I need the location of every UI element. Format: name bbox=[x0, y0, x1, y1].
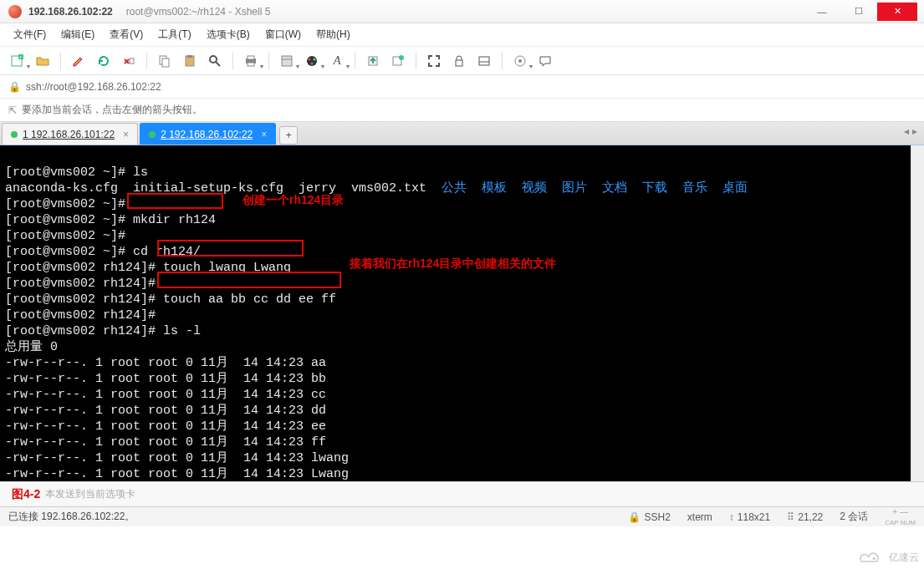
menu-window[interactable]: 窗口(W) bbox=[260, 26, 306, 43]
session-tab-2[interactable]: 2 192.168.26.102:22 × bbox=[140, 123, 276, 145]
copy-icon[interactable] bbox=[154, 50, 176, 72]
search-icon[interactable] bbox=[204, 50, 226, 72]
svg-rect-11 bbox=[248, 56, 254, 59]
svg-point-21 bbox=[399, 55, 404, 60]
figure-label: 图4-2 bbox=[12, 487, 40, 502]
svg-rect-3 bbox=[130, 58, 134, 64]
terminal[interactable]: [root@vms002 ~]# ls anaconda-ks.cfg init… bbox=[0, 145, 924, 481]
title-ip: 192.168.26.102:22 bbox=[28, 6, 113, 18]
address-text: ssh://root@192.168.26.102:22 bbox=[26, 81, 161, 93]
svg-point-8 bbox=[210, 56, 217, 63]
maximize-button[interactable]: ☐ bbox=[840, 3, 877, 21]
svg-point-18 bbox=[311, 62, 314, 64]
titlebar: 192.168.26.102:22 root@vms002:~/rh124 - … bbox=[0, 0, 924, 23]
svg-rect-7 bbox=[187, 55, 192, 58]
status-sessions: 2 会话 bbox=[840, 510, 868, 524]
tab-close-icon[interactable]: × bbox=[123, 129, 129, 140]
svg-rect-23 bbox=[479, 57, 489, 65]
menu-view[interactable]: 查看(V) bbox=[105, 26, 148, 43]
paste-icon[interactable] bbox=[179, 50, 201, 72]
svg-point-16 bbox=[309, 58, 311, 60]
svg-point-27 bbox=[873, 557, 876, 560]
properties-icon[interactable]: ▾ bbox=[276, 50, 298, 72]
watermark: 亿速云 bbox=[857, 549, 919, 566]
status-cursor-pos: ⠿21,22 bbox=[787, 511, 823, 523]
address-bar[interactable]: 🔒 ssh://root@192.168.26.102:22 bbox=[0, 75, 924, 99]
status-term: xterm bbox=[687, 511, 712, 523]
terminal-scrollbar[interactable] bbox=[911, 145, 924, 481]
svg-line-9 bbox=[216, 62, 220, 66]
resize-icon: ↕ bbox=[729, 511, 734, 523]
toggle-pane-icon[interactable] bbox=[473, 50, 495, 72]
fullscreen-icon[interactable] bbox=[423, 50, 445, 72]
menu-file[interactable]: 文件(F) bbox=[8, 26, 51, 43]
tab-nav: ◂ ▸ bbox=[904, 125, 917, 137]
menubar: 文件(F) 编辑(E) 查看(V) 工具(T) 选项卡(B) 窗口(W) 帮助(… bbox=[0, 23, 924, 47]
menu-edit[interactable]: 编辑(E) bbox=[56, 26, 100, 43]
status-dot-icon bbox=[149, 131, 156, 138]
lock-small-icon: 🔒 bbox=[8, 81, 21, 93]
tab-next-icon[interactable]: ▸ bbox=[912, 125, 917, 137]
hint-text: 要添加当前会话，点击左侧的箭头按钮。 bbox=[22, 103, 202, 117]
lock-icon[interactable] bbox=[448, 50, 470, 72]
tab-prev-icon[interactable]: ◂ bbox=[904, 125, 909, 137]
script-icon[interactable]: ▾ bbox=[509, 50, 531, 72]
reconnect-icon[interactable] bbox=[93, 50, 115, 72]
status-indicators: + —CAP NUM bbox=[885, 508, 916, 526]
hint-arrow-icon[interactable]: ⇱ bbox=[8, 104, 17, 116]
status-dot-icon bbox=[11, 131, 18, 138]
disconnect-icon[interactable] bbox=[118, 50, 140, 72]
close-button[interactable]: ✕ bbox=[877, 3, 917, 21]
svg-point-26 bbox=[518, 59, 522, 63]
print-icon[interactable]: ▾ bbox=[240, 50, 262, 72]
status-connection: 已连接 192.168.26.102:22。 bbox=[8, 510, 135, 524]
open-icon[interactable] bbox=[32, 50, 54, 72]
menu-help[interactable]: 帮助(H) bbox=[311, 26, 355, 43]
svg-rect-22 bbox=[456, 60, 462, 66]
svg-point-17 bbox=[314, 58, 316, 60]
chat-icon[interactable] bbox=[534, 50, 556, 72]
transfer-up-icon[interactable] bbox=[362, 50, 384, 72]
tab-label: 2 192.168.26.102:22 bbox=[161, 129, 253, 140]
color-scheme-icon[interactable]: ▾ bbox=[301, 50, 323, 72]
compose-bar[interactable]: 图4-2 本发送到当前选项卡 bbox=[0, 481, 924, 506]
title-session: root@vms002:~/rh124 - Xshell 5 bbox=[126, 6, 271, 18]
status-bar: 已连接 192.168.26.102:22。 🔒SSH2 xterm ↕118x… bbox=[0, 506, 924, 526]
svg-rect-12 bbox=[248, 63, 254, 66]
app-icon bbox=[8, 5, 22, 18]
tab-strip: 1 192.168.26.101:22 × 2 192.168.26.102:2… bbox=[0, 122, 924, 145]
menu-tools[interactable]: 工具(T) bbox=[153, 26, 196, 43]
svg-rect-5 bbox=[162, 58, 169, 67]
minimize-button[interactable]: — bbox=[804, 3, 840, 21]
edit-icon[interactable] bbox=[68, 50, 89, 72]
menu-tabs[interactable]: 选项卡(B) bbox=[202, 26, 255, 43]
transfer-new-icon[interactable] bbox=[387, 50, 409, 72]
lock-status-icon: 🔒 bbox=[628, 511, 641, 523]
svg-text:+: + bbox=[19, 54, 23, 59]
status-protocol: 🔒SSH2 bbox=[628, 511, 670, 523]
toolbar: +▾ ▾ ▾ ▾ A▾ ▾ bbox=[0, 47, 924, 75]
tab-label: 1 192.168.26.101:22 bbox=[23, 129, 115, 140]
new-session-icon[interactable]: +▾ bbox=[7, 50, 28, 72]
compose-placeholder: 本发送到当前选项卡 bbox=[45, 487, 135, 501]
font-icon[interactable]: A▾ bbox=[326, 50, 348, 72]
status-size: ↕118x21 bbox=[729, 511, 770, 523]
hint-bar: ⇱ 要添加当前会话，点击左侧的箭头按钮。 bbox=[0, 99, 924, 122]
add-tab-button[interactable]: + bbox=[279, 126, 298, 145]
tab-close-icon[interactable]: × bbox=[261, 129, 267, 140]
annotation-touch: 接着我们在rh124目录中创建相关的文件 bbox=[350, 256, 556, 272]
svg-rect-13 bbox=[282, 56, 292, 66]
session-tab-1[interactable]: 1 192.168.26.101:22 × bbox=[2, 123, 138, 145]
